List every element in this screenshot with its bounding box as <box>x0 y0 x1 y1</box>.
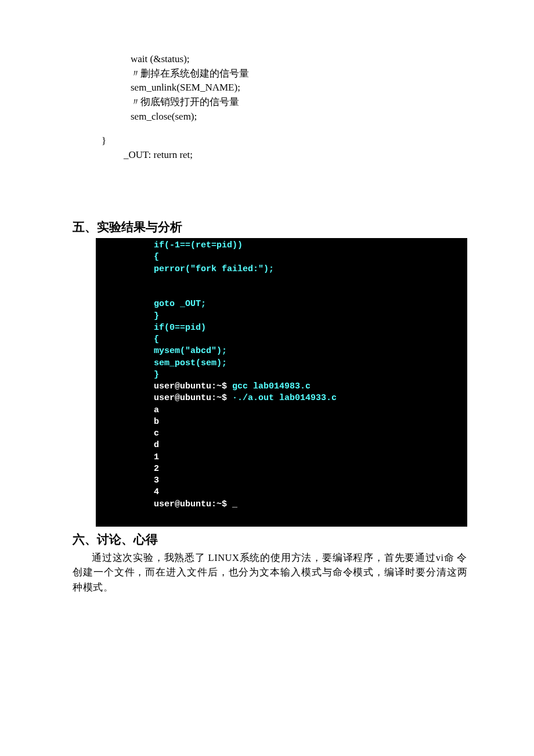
term-line: if(0==pid) <box>154 323 206 333</box>
term-out: 4 <box>154 487 159 497</box>
term-line: } <box>154 311 159 321</box>
section-heading-discussion: 六、讨论、心得 <box>73 531 467 548</box>
terminal-output: if(-1==(ret=pid)) { perror("fork failed:… <box>96 238 467 527</box>
term-out: 1 <box>154 452 159 462</box>
term-cmd: ·./a.out lab014933.c <box>232 393 337 403</box>
term-line: if(-1==(ret=pid)) <box>154 240 243 250</box>
code-line: sem_close(sem); <box>131 111 197 122</box>
term-line: goto _OUT; <box>154 299 206 309</box>
term-out: c <box>154 429 159 438</box>
code-line: sem_unlink(SEM_NAME); <box>131 82 240 93</box>
term-prompt: user@ubuntu:~$ _ <box>154 499 237 509</box>
term-out: d <box>154 440 159 450</box>
section-heading-results: 五、实验结果与分析 <box>73 219 467 235</box>
code-comment: 〃删掉在系统创建的信号量 <box>131 68 249 79</box>
term-prompt: user@ubuntu:~$ <box>154 381 232 391</box>
code-label: _OUT: return ret; <box>124 148 467 162</box>
term-line: } <box>154 370 159 380</box>
term-cmd: gcc lab014983.c <box>232 381 311 391</box>
discussion-paragraph: 通过这次实验，我熟悉了 LINUX系统的使用方法，要编译程序，首先要通过vi命 … <box>73 550 467 595</box>
term-out: a <box>154 405 159 415</box>
term-prompt: user@ubuntu:~$ <box>154 393 232 403</box>
document-page: wait (&status); 〃删掉在系统创建的信号量 sem_unlink(… <box>0 0 534 756</box>
code-comment: 〃彻底销毁打开的信号量 <box>131 96 239 107</box>
code-brace: } <box>102 135 467 147</box>
code-snippet: wait (&status); 〃删掉在系统创建的信号量 sem_unlink(… <box>131 52 467 124</box>
term-line: sem_post(sem); <box>154 358 227 368</box>
code-line: wait (&status); <box>131 53 190 64</box>
term-line: { <box>154 252 159 262</box>
term-out: b <box>154 417 159 427</box>
term-out: 2 <box>154 464 159 474</box>
term-out: 3 <box>154 476 159 485</box>
term-line: { <box>154 334 159 344</box>
term-line: mysem("abcd"); <box>154 346 227 356</box>
term-line: perror("fork failed:"); <box>154 264 274 274</box>
